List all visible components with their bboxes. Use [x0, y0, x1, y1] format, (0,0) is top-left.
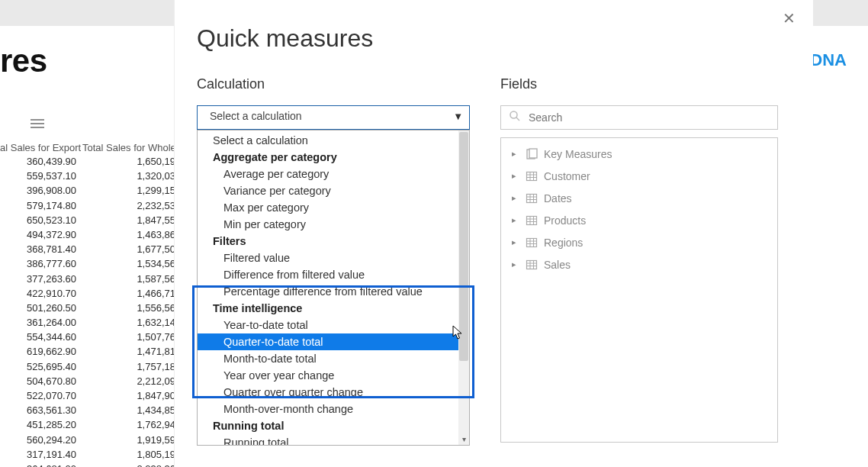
table-icon: [526, 237, 538, 249]
table-icon: [526, 192, 538, 205]
dropdown-item[interactable]: Max per category: [198, 199, 460, 216]
calculation-select-value: Select a calculation: [198, 106, 469, 126]
table-cell: 1,847,90: [82, 388, 175, 403]
table-cell: 361,264.00: [0, 315, 82, 330]
calculation-label: Calculation: [197, 76, 265, 92]
table-cell: 422,910.70: [0, 286, 82, 301]
table-cell: 1,299,15: [82, 183, 175, 198]
scroll-down-icon[interactable]: ▾: [458, 434, 469, 445]
table-cell: 1,463,86: [82, 227, 175, 242]
dropdown-header: Aggregate per category: [198, 149, 460, 166]
svg-rect-3: [529, 149, 537, 158]
table-row: 377,263.601,587,56: [0, 272, 175, 286]
scrollbar-thumb[interactable]: [459, 132, 468, 361]
table-row: 386,777.601,534,56: [0, 256, 175, 271]
table-cell: 579,174.80: [0, 198, 82, 213]
table-icon: [526, 170, 538, 182]
dropdown-item[interactable]: Running total: [198, 434, 460, 446]
table-cell: 317,191.40: [0, 447, 82, 462]
chevron-right-icon: ▸: [512, 193, 519, 203]
table-cell: 1,847,55: [82, 213, 175, 227]
table-cell: 522,070.70: [0, 388, 82, 403]
table-cell: 386,777.60: [0, 256, 82, 271]
fields-tree-label: Dates: [544, 192, 572, 205]
svg-rect-4: [527, 172, 537, 180]
table-cell: 1,757,18: [82, 359, 175, 374]
table-row: 579,174.802,232,53: [0, 198, 175, 213]
dropdown-item[interactable]: Select a calculation: [198, 132, 460, 149]
quick-measures-dialog: ✕ Quick measures Calculation Fields Sele…: [174, 0, 813, 467]
column-options-icon[interactable]: [31, 119, 44, 128]
dropdown-item[interactable]: Difference from filtered value: [198, 266, 460, 283]
table-cell: 1,650,19: [82, 154, 175, 169]
table-col2-header: Total Sales for Whole: [82, 142, 175, 153]
table-row: 525,695.401,757,18: [0, 359, 175, 374]
table-cell: 377,263.60: [0, 272, 82, 286]
table-row: 559,537.101,320,03: [0, 169, 175, 183]
table-cell: 1,507,76: [82, 330, 175, 344]
table-row: 451,285.201,762,94: [0, 417, 175, 432]
table-cell: 1,320,03: [82, 169, 175, 183]
table-row: 396,908.001,299,15: [0, 183, 175, 198]
table-icon: [526, 214, 538, 227]
close-button[interactable]: ✕: [780, 9, 798, 27]
table-cell: 619,662.90: [0, 344, 82, 359]
background-table: al Sales for Export Total Sales for Whol…: [0, 142, 175, 467]
table-row: 522,070.701,847,90: [0, 388, 175, 403]
chevron-down-icon: ▼: [453, 111, 463, 122]
dropdown-scrollbar[interactable]: ▾: [458, 130, 469, 445]
dropdown-item[interactable]: Month-to-date total: [198, 350, 460, 367]
table-row: 504,670.802,212,09: [0, 374, 175, 388]
fields-tree: ▸Key Measures▸Customer▸Dates▸Products▸Re…: [500, 137, 778, 443]
table-cell: 525,695.40: [0, 359, 82, 374]
chevron-right-icon: ▸: [512, 171, 519, 181]
fields-tree-item[interactable]: ▸Dates: [501, 187, 777, 209]
measure-icon: [526, 148, 538, 160]
dropdown-item[interactable]: Percentage difference from filtered valu…: [198, 283, 460, 300]
dropdown-item[interactable]: Month-over-month change: [198, 401, 460, 417]
dropdown-item[interactable]: Year-to-date total: [198, 317, 460, 333]
table-cell: 451,285.20: [0, 417, 82, 432]
table-cell: 663,561.30: [0, 403, 82, 417]
fields-tree-item[interactable]: ▸Customer: [501, 165, 777, 187]
calculation-select[interactable]: Select a calculation ▼: [197, 105, 470, 130]
table-cell: 1,677,50: [82, 242, 175, 256]
table-row: 361,264.001,632,14: [0, 315, 175, 330]
table-cell: 504,670.80: [0, 374, 82, 388]
dropdown-item[interactable]: Filtered value: [198, 250, 460, 266]
svg-line-1: [516, 118, 519, 121]
table-row: 501,260.501,556,56: [0, 301, 175, 315]
table-cell: 1,919,59: [82, 433, 175, 447]
table-cell: 560,294.20: [0, 433, 82, 447]
dialog-title: Quick measures: [197, 24, 373, 53]
table-cell: 501,260.50: [0, 301, 82, 315]
svg-rect-19: [527, 238, 537, 246]
table-cell: 1,762,94: [82, 417, 175, 432]
fields-label: Fields: [500, 76, 537, 92]
calculation-dropdown: Select a calculationAggregate per catego…: [197, 130, 470, 446]
table-cell: 2,238,36: [82, 462, 175, 467]
fields-tree-label: Customer: [544, 170, 590, 182]
dropdown-header: Filters: [198, 233, 460, 250]
svg-rect-14: [527, 216, 537, 224]
table-row: 317,191.401,805,19: [0, 447, 175, 462]
fields-tree-item[interactable]: ▸Sales: [501, 253, 777, 275]
fields-tree-label: Key Measures: [544, 148, 612, 160]
dropdown-item[interactable]: Variance per category: [198, 182, 460, 199]
dropdown-item[interactable]: Min per category: [198, 216, 460, 233]
dropdown-item[interactable]: Quarter over quarter change: [198, 384, 460, 401]
fields-tree-item[interactable]: ▸Key Measures: [501, 143, 777, 165]
dropdown-item[interactable]: Average per category: [198, 166, 460, 182]
table-cell: 2,212,09: [82, 374, 175, 388]
table-cell: 368,781.40: [0, 242, 82, 256]
dropdown-item[interactable]: Quarter-to-date total: [198, 333, 460, 350]
fields-tree-item[interactable]: ▸Products: [501, 209, 777, 231]
fields-search[interactable]: [500, 105, 778, 130]
table-cell: 364,681.00: [0, 462, 82, 467]
table-row: 364,681.002,238,36: [0, 462, 175, 467]
svg-rect-9: [527, 194, 537, 202]
fields-tree-item[interactable]: ▸Regions: [501, 231, 777, 253]
dropdown-header: Running total: [198, 417, 460, 434]
fields-search-input[interactable]: [527, 111, 770, 124]
dropdown-item[interactable]: Year over year change: [198, 367, 460, 384]
